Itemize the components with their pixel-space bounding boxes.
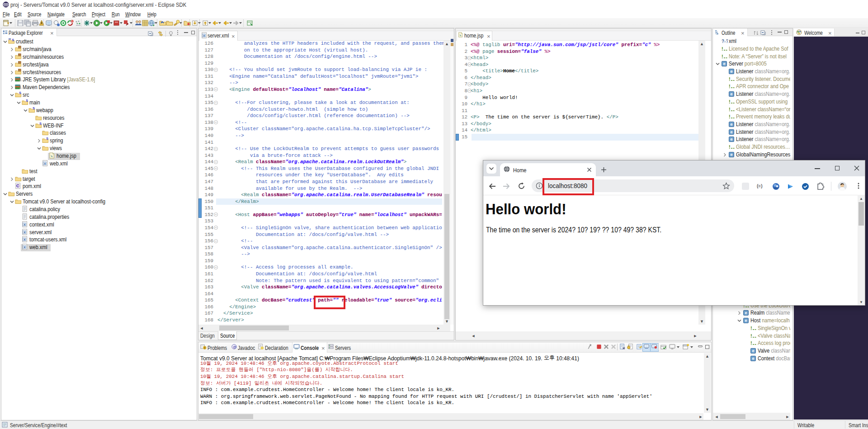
svg-text:x: x: [24, 230, 25, 233]
svg-text:x: x: [24, 238, 25, 241]
svg-text:!: !: [750, 325, 752, 331]
svg-text:S: S: [33, 107, 35, 110]
svg-text:?-?: ?-?: [722, 39, 728, 44]
svg-text:!: !: [729, 107, 731, 112]
svg-text:x: x: [24, 222, 25, 226]
svg-text:S: S: [39, 122, 42, 125]
svg-text:!: !: [722, 54, 723, 59]
svg-text:x: x: [24, 245, 25, 249]
svg-text:S: S: [46, 137, 48, 140]
svg-text:x: x: [203, 34, 205, 37]
svg-text:!: !: [729, 114, 731, 119]
svg-text:S: S: [19, 91, 21, 94]
svg-text:!: !: [729, 76, 731, 82]
svg-text:M: M: [17, 184, 19, 188]
svg-text:!: !: [729, 84, 731, 89]
svg-text:S: S: [26, 99, 28, 102]
svg-text:!: !: [729, 99, 731, 104]
svg-text:!: !: [722, 46, 723, 52]
svg-text:@: @: [233, 345, 236, 349]
svg-text:x: x: [44, 161, 46, 165]
svg-text:!: !: [729, 144, 731, 150]
svg-text:!: !: [750, 333, 752, 339]
svg-text:!: !: [204, 346, 205, 349]
svg-text:S: S: [12, 38, 14, 42]
svg-text:9: 9: [71, 20, 73, 23]
svg-text:!: !: [750, 340, 752, 346]
